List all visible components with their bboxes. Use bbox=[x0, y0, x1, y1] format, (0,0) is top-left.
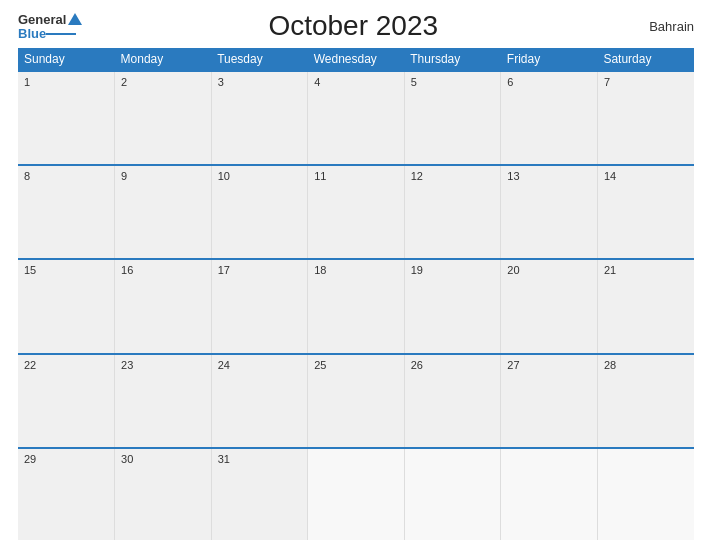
day-25: 25 bbox=[308, 354, 405, 448]
day-7: 7 bbox=[597, 71, 694, 165]
header-friday: Friday bbox=[501, 48, 598, 71]
header-saturday: Saturday bbox=[597, 48, 694, 71]
day-8: 8 bbox=[18, 165, 115, 259]
week-row-5: 29 30 31 bbox=[18, 448, 694, 540]
weekday-header-row: Sunday Monday Tuesday Wednesday Thursday… bbox=[18, 48, 694, 71]
day-empty-1 bbox=[308, 448, 405, 540]
day-4: 4 bbox=[308, 71, 405, 165]
day-13: 13 bbox=[501, 165, 598, 259]
day-6: 6 bbox=[501, 71, 598, 165]
day-15: 15 bbox=[18, 259, 115, 353]
logo-blue: Blue bbox=[18, 27, 46, 40]
page-wrapper: General Blue October 2023 Bahrain Sunday… bbox=[0, 0, 712, 550]
day-24: 24 bbox=[211, 354, 308, 448]
day-1: 1 bbox=[18, 71, 115, 165]
day-23: 23 bbox=[115, 354, 212, 448]
header-tuesday: Tuesday bbox=[211, 48, 308, 71]
country-label: Bahrain bbox=[624, 19, 694, 34]
day-19: 19 bbox=[404, 259, 501, 353]
day-12: 12 bbox=[404, 165, 501, 259]
week-row-1: 1 2 3 4 5 6 7 bbox=[18, 71, 694, 165]
logo-underline bbox=[46, 33, 76, 35]
day-empty-2 bbox=[404, 448, 501, 540]
day-31: 31 bbox=[211, 448, 308, 540]
day-14: 14 bbox=[597, 165, 694, 259]
top-bar: General Blue October 2023 Bahrain bbox=[18, 10, 694, 42]
day-16: 16 bbox=[115, 259, 212, 353]
header-monday: Monday bbox=[115, 48, 212, 71]
week-row-4: 22 23 24 25 26 27 28 bbox=[18, 354, 694, 448]
day-17: 17 bbox=[211, 259, 308, 353]
day-29: 29 bbox=[18, 448, 115, 540]
day-20: 20 bbox=[501, 259, 598, 353]
day-empty-4 bbox=[597, 448, 694, 540]
day-27: 27 bbox=[501, 354, 598, 448]
day-2: 2 bbox=[115, 71, 212, 165]
logo: General Blue bbox=[18, 13, 82, 40]
day-9: 9 bbox=[115, 165, 212, 259]
day-3: 3 bbox=[211, 71, 308, 165]
logo-general: General bbox=[18, 13, 66, 26]
day-18: 18 bbox=[308, 259, 405, 353]
logo-triangle-icon bbox=[68, 13, 82, 25]
day-10: 10 bbox=[211, 165, 308, 259]
header-wednesday: Wednesday bbox=[308, 48, 405, 71]
week-row-3: 15 16 17 18 19 20 21 bbox=[18, 259, 694, 353]
day-22: 22 bbox=[18, 354, 115, 448]
day-30: 30 bbox=[115, 448, 212, 540]
day-11: 11 bbox=[308, 165, 405, 259]
calendar-table: Sunday Monday Tuesday Wednesday Thursday… bbox=[18, 48, 694, 540]
header-thursday: Thursday bbox=[404, 48, 501, 71]
day-empty-3 bbox=[501, 448, 598, 540]
day-26: 26 bbox=[404, 354, 501, 448]
header-sunday: Sunday bbox=[18, 48, 115, 71]
day-28: 28 bbox=[597, 354, 694, 448]
day-5: 5 bbox=[404, 71, 501, 165]
calendar-title: October 2023 bbox=[82, 10, 624, 42]
week-row-2: 8 9 10 11 12 13 14 bbox=[18, 165, 694, 259]
day-21: 21 bbox=[597, 259, 694, 353]
